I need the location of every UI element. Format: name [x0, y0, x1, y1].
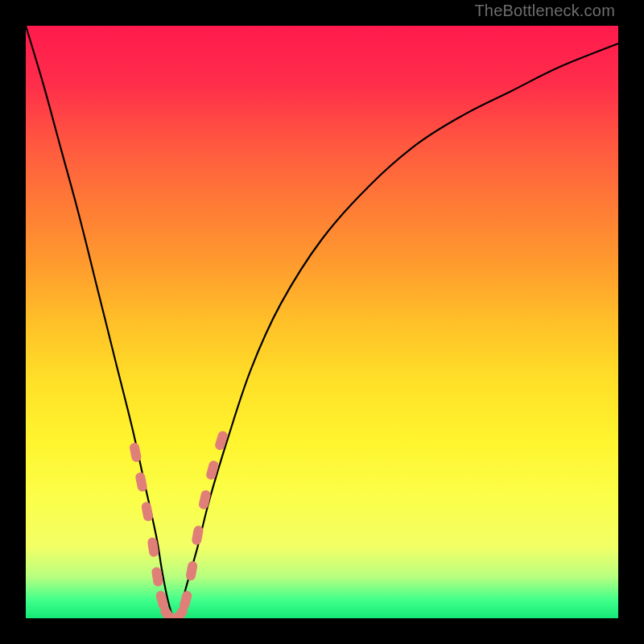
- marker-point: [141, 502, 154, 522]
- curve-layer: [26, 26, 618, 618]
- marker-point: [191, 525, 204, 546]
- marker-point: [129, 442, 142, 463]
- marker-point: [185, 560, 198, 581]
- marker-point: [179, 590, 193, 611]
- bottleneck-curve: [26, 26, 618, 618]
- marker-point: [198, 489, 212, 510]
- plot-area: [26, 26, 618, 618]
- marker-point: [134, 472, 147, 493]
- marker-group: [129, 430, 229, 618]
- chart-frame: TheBottleneck.com: [0, 0, 644, 644]
- watermark-text: TheBottleneck.com: [474, 2, 615, 20]
